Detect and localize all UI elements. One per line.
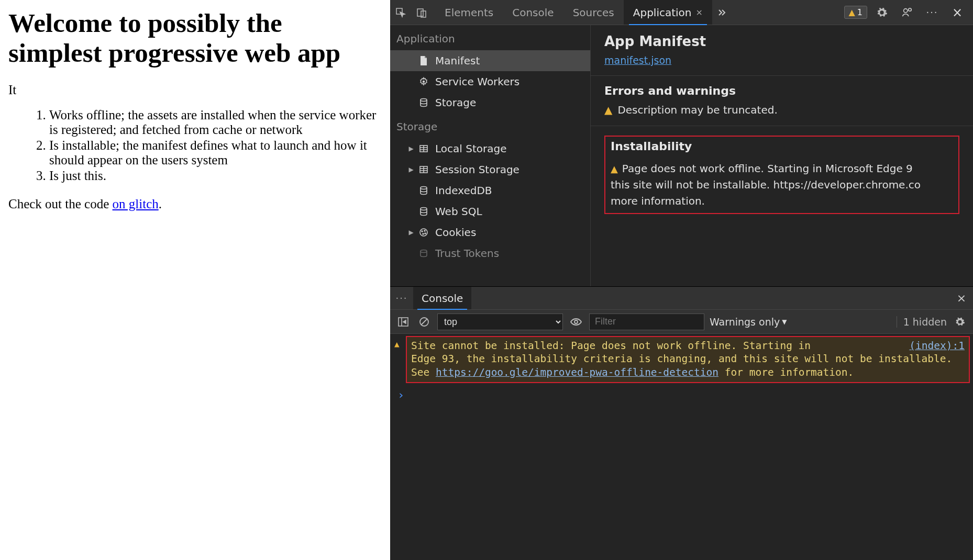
glitch-link[interactable]: on glitch: [113, 197, 159, 211]
drawer-menu-icon[interactable]: ···: [390, 293, 413, 304]
svg-point-4: [909, 8, 912, 11]
sidebar-item-web-sql[interactable]: Web SQL: [390, 201, 590, 222]
console-sidebar-toggle-icon[interactable]: [395, 314, 411, 330]
page-intro: It: [8, 83, 382, 97]
page-feature-list: Works offline; the assets are installed …: [8, 108, 382, 183]
chevron-right-icon: ▶: [407, 145, 415, 152]
hidden-messages-count[interactable]: 1 hidden: [897, 316, 947, 328]
inspect-element-icon[interactable]: [390, 0, 411, 25]
warning-icon: ▲: [394, 339, 400, 350]
svg-point-10: [421, 208, 427, 210]
tab-console[interactable]: Console: [503, 0, 563, 25]
sidebar-item-cookies[interactable]: ▶ Cookies: [390, 222, 590, 243]
warning-icon: ▲: [849, 7, 855, 17]
live-expression-icon[interactable]: [568, 314, 584, 330]
console-toolbar: top Warnings only▼ 1 hidden: [390, 310, 973, 334]
svg-point-6: [421, 99, 427, 102]
sidebar-item-label: Trust Tokens: [435, 247, 499, 260]
console-warning-entry[interactable]: ▲ (index):1 Site cannot be installed: Pa…: [406, 336, 970, 383]
list-item: Is just this.: [49, 169, 382, 183]
console-prompt[interactable]: ›: [390, 383, 973, 401]
warning-icon: ▲: [604, 104, 612, 116]
sidebar-item-label: Session Storage: [435, 163, 519, 176]
sidebar-item-indexeddb[interactable]: IndexedDB: [390, 180, 590, 201]
sidebar-item-manifest[interactable]: Manifest: [390, 50, 590, 71]
installability-highlight: Installability ▲ Page does not work offl…: [604, 136, 959, 214]
database-icon: [417, 98, 430, 107]
log-level-selector[interactable]: Warnings only▼: [710, 316, 787, 328]
list-item: Works offline; the assets are installed …: [49, 108, 382, 137]
manifest-content: App Manifest manifest.json Errors and wa…: [590, 25, 973, 286]
sidebar-item-session-storage[interactable]: ▶ Session Storage: [390, 159, 590, 180]
chevron-right-icon: ▶: [407, 229, 415, 236]
warning-text: for more information.: [718, 366, 854, 378]
svg-point-3: [904, 8, 908, 12]
list-item: Is installable; the manifest defines wha…: [49, 138, 382, 167]
chevron-right-icon: ▶: [407, 166, 415, 173]
sidebar-item-local-storage[interactable]: ▶ Local Storage: [390, 138, 590, 159]
warning-text: Description may be truncated.: [617, 104, 777, 116]
close-drawer-icon[interactable]: ×: [950, 292, 973, 305]
warning-text: Site cannot be installed: Page does not …: [411, 340, 811, 352]
kebab-menu-icon[interactable]: ···: [922, 0, 943, 25]
manifest-json-link[interactable]: manifest.json: [604, 54, 671, 66]
sidebar-item-storage[interactable]: Storage: [390, 92, 590, 113]
sidebar-group-storage: Storage: [390, 113, 590, 138]
settings-gear-icon[interactable]: [871, 0, 892, 25]
page-heading: Welcome to possibly the simplest progres…: [8, 8, 382, 68]
devtools-tabs: Elements Console Sources Application ×: [435, 0, 731, 25]
console-drawer: ··· Console × top Warnings only▼: [390, 287, 973, 560]
warning-icon: ▲: [611, 163, 618, 174]
console-filter-input[interactable]: [589, 313, 704, 330]
sidebar-item-label: Manifest: [435, 54, 480, 67]
page-outro: Check out the code on glitch.: [8, 197, 382, 211]
more-tabs-icon[interactable]: [712, 0, 731, 25]
database-icon: [417, 186, 430, 195]
installability-line: Page does not work offline. Starting in …: [622, 162, 913, 175]
badge-count: 1: [857, 7, 863, 17]
devtools-panel: Elements Console Sources Application × ▲…: [390, 0, 973, 560]
svg-point-11: [420, 229, 427, 236]
rendered-page: Welcome to possibly the simplest progres…: [0, 0, 390, 560]
svg-point-14: [423, 233, 424, 234]
warning-doc-link[interactable]: https://goo.gle/improved-pwa-offline-det…: [436, 366, 718, 378]
drawer-tab-console[interactable]: Console: [413, 287, 471, 309]
sidebar-item-label: Local Storage: [435, 142, 506, 155]
tab-application[interactable]: Application ×: [624, 0, 712, 25]
installability-heading: Installability: [611, 140, 953, 153]
tab-elements[interactable]: Elements: [435, 0, 503, 25]
tab-sources[interactable]: Sources: [563, 0, 624, 25]
svg-point-13: [424, 230, 425, 231]
installability-line: this site will not be installable. https…: [611, 178, 953, 192]
device-toggle-icon[interactable]: [411, 0, 432, 25]
clear-console-icon[interactable]: [416, 314, 432, 330]
feedback-icon[interactable]: [897, 0, 917, 25]
table-icon: [417, 145, 430, 152]
issues-badge[interactable]: ▲ 1: [844, 6, 868, 19]
drawer-tabbar: ··· Console ×: [390, 287, 973, 310]
svg-point-19: [574, 320, 578, 323]
warning-source-link[interactable]: (index):1: [909, 339, 965, 352]
sidebar-group-application: Application: [390, 25, 590, 50]
devtools-top-bar: Elements Console Sources Application × ▲…: [390, 0, 973, 25]
sidebar-item-service-workers[interactable]: Service Workers: [390, 71, 590, 92]
application-sidebar: Application Manifest Service Workers Sto…: [390, 25, 590, 286]
sidebar-item-label: Web SQL: [435, 205, 482, 218]
svg-point-5: [423, 81, 425, 83]
close-icon[interactable]: ×: [696, 7, 703, 17]
sidebar-item-trust-tokens[interactable]: Trust Tokens: [390, 243, 590, 264]
svg-point-16: [421, 250, 427, 253]
outro-suffix: .: [159, 197, 162, 211]
token-icon: [417, 249, 430, 258]
close-devtools-icon[interactable]: ×: [947, 0, 968, 25]
cookie-icon: [417, 228, 430, 237]
svg-rect-1: [417, 9, 423, 16]
sidebar-item-label: Cookies: [435, 226, 476, 239]
context-selector[interactable]: top: [437, 313, 563, 330]
svg-point-12: [422, 231, 423, 232]
content-title: App Manifest: [604, 33, 959, 49]
console-log: ▲ (index):1 Site cannot be installed: Pa…: [390, 334, 973, 560]
database-icon: [417, 207, 430, 216]
console-settings-gear-icon[interactable]: [952, 314, 968, 330]
outro-prefix: Check out the code: [8, 197, 113, 211]
